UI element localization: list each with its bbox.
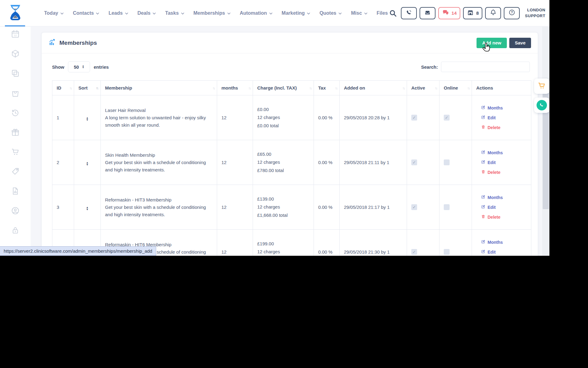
help-button[interactable]: ? [504,7,520,19]
edit-link[interactable]: Edit [481,115,531,120]
page-title: Memberships [59,40,97,46]
nav-item-misc[interactable]: Misc [351,10,368,16]
floating-cart-button[interactable] [534,79,549,94]
column-header-added-on[interactable]: Added on↑↓ [340,81,407,95]
entries-label: entries [94,64,109,70]
nav-item-leads[interactable]: Leads [108,10,128,16]
delete-link[interactable]: Delete [481,170,531,175]
gift-icon [11,128,20,138]
column-header-active[interactable]: Active↑↓ [407,81,439,95]
active-checkbox[interactable]: ✓ [411,159,417,165]
online-checkbox[interactable] [444,249,450,255]
sidebar-item-history[interactable] [10,108,21,119]
svg-text:?: ? [511,10,513,14]
delete-link[interactable]: Delete [481,214,531,220]
cell-id: 2 [52,140,74,185]
floating-phone-button[interactable] [534,98,549,113]
nav-item-files[interactable]: Files [377,10,388,16]
column-header-membership[interactable]: Membership↑↓ [101,81,217,95]
sidebar-item-account[interactable] [10,206,21,217]
nav-item-label: Today [44,10,58,16]
nav-item-today[interactable]: Today [44,10,64,16]
chevron-down-icon [338,10,342,16]
cell-months: 12 [217,185,253,230]
card-header: Memberships Add new Save [42,33,538,53]
cell-id: 3 [52,185,74,230]
active-checkbox[interactable]: ✓ [411,249,417,255]
nav-item-automation[interactable]: Automation [240,10,273,16]
online-checkbox[interactable] [444,204,450,210]
cart-icon [537,81,546,91]
chevron-down-icon [60,10,64,16]
drag-sort-handle[interactable]: ▲▼ [86,162,89,166]
search-icon[interactable] [388,7,398,19]
column-header-charge-incl-tax-[interactable]: Charge (Incl. TAX)↑↓ [253,81,314,95]
add-new-button[interactable]: Add new [477,38,507,48]
nav-item-label: Files [377,10,388,16]
save-button[interactable]: Save [509,38,531,48]
edit-link[interactable]: Edit [481,160,531,165]
sidebar-item-price-tag[interactable] [10,167,21,178]
online-checkbox[interactable] [444,159,450,165]
sidebar-item-package[interactable] [10,49,21,60]
column-header-actions[interactable]: Actions [472,81,531,95]
show-label: Show [52,64,64,70]
delete-link[interactable]: Delete [481,125,531,130]
dialer-button[interactable] [401,7,417,19]
months-link[interactable]: Months [481,150,531,155]
edit-link[interactable]: Edit [481,205,531,210]
nav-item-marketing[interactable]: Marketing [282,10,311,16]
action-label: Delete [488,170,500,175]
inbox-button[interactable] [420,7,435,19]
sidebar-item-report[interactable] [10,186,21,197]
drag-sort-handle[interactable]: ▲▼ [86,206,89,210]
column-header-tax[interactable]: Tax↑↓ [314,81,340,95]
sidebar-item-bag[interactable] [10,88,21,99]
months-link[interactable]: Months [481,240,531,245]
cell-online [439,185,472,230]
vertical-scrollbar [542,27,549,256]
table-row: 3▲▼Reformaskin - HIT3 MembershipGet your… [52,185,531,230]
nav-item-quotes[interactable]: Quotes [319,10,342,16]
months-link[interactable]: Months [481,195,531,200]
column-header-id[interactable]: ID↑↓ [52,81,74,95]
active-checkbox[interactable]: ✓ [411,204,417,210]
store-button[interactable]: 8 [463,7,482,19]
chat-button[interactable]: 14 [438,7,460,19]
nav-item-contacts[interactable]: Contacts [73,10,99,16]
column-header-online[interactable]: Online↑↓ [439,81,472,95]
edit-square-icon [481,195,485,200]
sidebar-item-calendar[interactable]: 12 [10,29,21,40]
sidebar-item-duplicate[interactable] [10,68,21,79]
sort-arrows-icon: ↑↓ [248,86,251,90]
active-checkbox[interactable]: ✓ [411,115,417,121]
sidebar-item-lock[interactable] [10,225,21,236]
edit-square-icon [481,205,485,210]
months-link[interactable]: Months [481,105,531,110]
edit-link[interactable]: Edit [481,249,531,255]
action-label: Edit [488,160,496,165]
nav-item-tasks[interactable]: Tasks [165,10,184,16]
sidebar-item-gift[interactable] [10,127,21,138]
column-header-months[interactable]: months↑↓ [217,81,253,95]
top-bar: TodayContactsLeadsDealsTasksMembershipsA… [0,0,549,26]
search-input[interactable] [441,62,530,72]
nav-item-deals[interactable]: Deals [138,10,156,16]
page-size-select[interactable]: 50 ▲▼ [68,61,90,72]
sort-arrows-icon: ↑↓ [70,86,72,90]
notifications-button[interactable] [485,7,501,19]
nav-item-memberships[interactable]: Memberships [194,10,231,16]
sidebar-item-cart[interactable] [10,147,21,158]
online-checkbox[interactable]: ✓ [444,115,450,121]
action-label: Edit [488,250,496,255]
trash-icon [481,214,485,220]
drag-sort-handle[interactable]: ▲▼ [86,117,89,121]
chevron-down-icon [125,10,128,16]
sort-arrows-icon: ↑↓ [335,86,337,90]
cell-actions: MonthsEditDelete [472,140,531,185]
hourglass-logo-icon [7,4,23,23]
clinicsoftware-logo[interactable] [0,0,31,26]
column-header-label: Charge (Incl. TAX) [257,85,297,90]
cell-tax: 0.00 % [314,230,340,256]
column-header-sort[interactable]: Sort↑↓ [74,81,101,95]
